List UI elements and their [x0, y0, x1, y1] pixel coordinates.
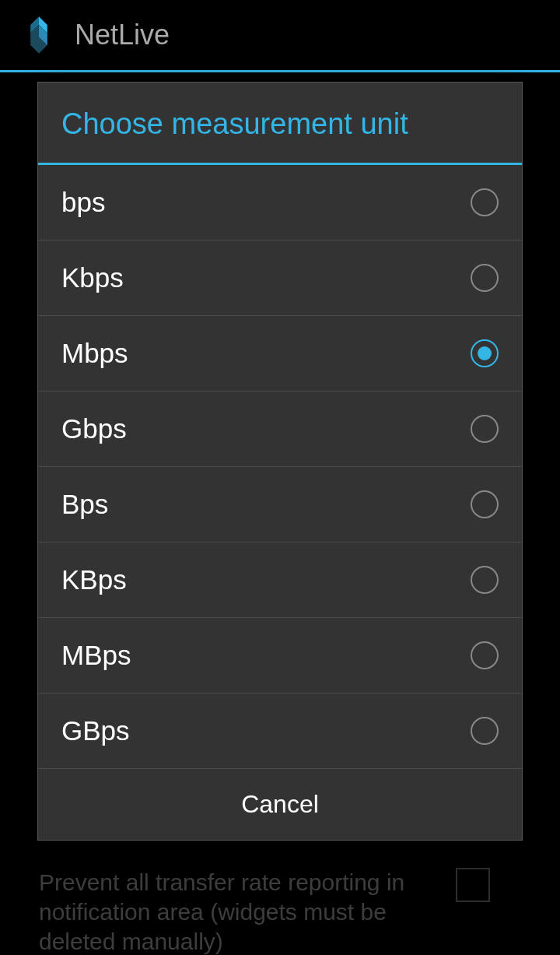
cancel-button[interactable]: Cancel [38, 769, 522, 840]
measurement-unit-dialog: Choose measurement unit bpsKbpsMbpsGbpsB… [37, 82, 523, 841]
option-label: Kbps [61, 262, 124, 293]
radio-button[interactable] [471, 490, 499, 518]
option-list: bpsKbpsMbpsGbpsBpsKBpsMBpsGBps [38, 165, 522, 768]
radio-dot-icon [478, 346, 492, 360]
dialog-title: Choose measurement unit [38, 83, 522, 163]
option-label: MBps [61, 640, 131, 671]
app-title: NetLive [75, 19, 170, 51]
option-item-gbps[interactable]: Gbps [38, 391, 522, 467]
option-label: KBps [61, 564, 127, 595]
action-bar-divider [0, 70, 560, 72]
option-label: Bps [61, 489, 108, 520]
option-item-gbps[interactable]: GBps [38, 693, 522, 768]
radio-button[interactable] [471, 264, 499, 292]
action-bar: NetLive [0, 0, 560, 70]
option-item-mbps[interactable]: MBps [38, 618, 522, 693]
option-item-mbps[interactable]: Mbps [38, 316, 522, 391]
option-label: bps [61, 187, 105, 218]
radio-button[interactable] [471, 641, 499, 669]
option-item-bps[interactable]: Bps [38, 467, 522, 542]
radio-button[interactable] [471, 566, 499, 594]
option-item-kbps[interactable]: KBps [38, 542, 522, 618]
option-item-bps[interactable]: bps [38, 165, 522, 241]
option-item-kbps[interactable]: Kbps [38, 241, 522, 316]
radio-button[interactable] [471, 188, 499, 216]
radio-button[interactable] [471, 415, 499, 443]
dialog-footer: Cancel [38, 768, 522, 840]
option-label: Gbps [61, 413, 127, 444]
radio-button[interactable] [471, 717, 499, 745]
app-icon [19, 15, 59, 55]
option-label: Mbps [61, 338, 128, 369]
radio-button[interactable] [471, 339, 499, 367]
option-label: GBps [61, 715, 130, 746]
